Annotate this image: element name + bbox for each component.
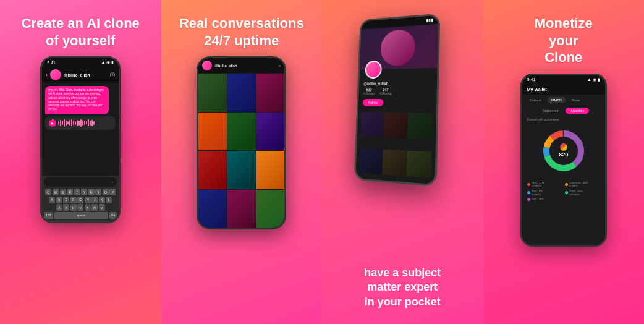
profile-stats: 527 Followers 247 Following xyxy=(363,88,432,96)
sub-tab-analytics[interactable]: Analytics xyxy=(566,108,589,114)
grid-cell-8 xyxy=(227,151,256,189)
panel-1-title: Create an AI cloneof yourself xyxy=(22,15,140,49)
keyboard-row-1: Q W E R T Y U I O P xyxy=(44,189,117,195)
send-icon[interactable]: › xyxy=(112,179,114,185)
legend-dot-comments xyxy=(565,183,568,186)
key-c[interactable]: C xyxy=(70,204,77,211)
key-w[interactable]: W xyxy=(53,189,59,195)
stat-followers-label: Followers xyxy=(363,92,375,95)
profile-header-image xyxy=(360,24,438,70)
grid-cell-4 xyxy=(198,113,227,151)
key-b[interactable]: B xyxy=(85,204,91,211)
key-v[interactable]: V xyxy=(77,204,83,211)
legend-comments: Comments 10% 62 MMTO xyxy=(565,181,600,188)
key-space[interactable]: space xyxy=(54,212,108,219)
profile-name: @billie_eilish xyxy=(363,80,432,86)
key-p[interactable]: P xyxy=(109,189,116,195)
key-i[interactable]: I xyxy=(95,189,101,195)
status-time-1: 9:41 xyxy=(47,61,56,65)
chat-username: @billie_eilsh xyxy=(64,73,90,77)
key-n[interactable]: N xyxy=(91,204,98,211)
waveform xyxy=(58,119,112,127)
key-e[interactable]: E xyxy=(60,189,66,195)
status-icons-4: ▲ ◉ ▮ xyxy=(587,77,600,82)
legend-text-boys: Boys 8% 61 MMTO xyxy=(532,189,543,196)
key-go[interactable]: Go xyxy=(109,212,117,219)
grid-cell-1 xyxy=(198,74,227,112)
panel-subject-expert: ▮▮▮ @billie_eilish 527 Followers xyxy=(322,0,483,324)
grid-cell-9 xyxy=(256,151,285,189)
grid-cell-6 xyxy=(256,113,285,151)
key-f[interactable]: F xyxy=(70,197,77,203)
donut-amount: 620 xyxy=(559,151,568,158)
phone-mockup-4: 9:41 ▲ ◉ ▮ My Wallet Content MMTO Sales … xyxy=(520,74,607,247)
key-x[interactable]: X xyxy=(63,204,69,211)
key-j[interactable]: J xyxy=(91,197,98,203)
phone-mockup-1: 9:41 ▲ ◉ ▮ ‹ @billie_eilsh ⓘ Hey, it's B… xyxy=(40,56,121,223)
key-z[interactable]: Z xyxy=(56,204,62,211)
earned-label: Earned with activeness xyxy=(522,116,605,123)
key-t[interactable]: T xyxy=(74,189,80,195)
sub-tab-statement[interactable]: Statement xyxy=(538,108,563,114)
play-button[interactable]: ▶ xyxy=(49,119,56,127)
status-icons-1: ▲ ◉ ▮ xyxy=(101,60,114,65)
wallet-header: My Wallet xyxy=(522,84,605,95)
info-icon[interactable]: ⓘ xyxy=(110,72,115,79)
legend-grid: Likes 11% 14 MMTO Comments 10% 62 MMTO xyxy=(522,179,605,204)
panel-create-clone: Create an AI cloneof yourself 9:41 ▲ ◉ ▮… xyxy=(0,0,161,324)
stat-following: 247 Following xyxy=(379,88,392,95)
donut-logo xyxy=(560,143,567,151)
key-g[interactable]: G xyxy=(77,197,83,203)
legend-time: Time 39% xyxy=(527,197,562,201)
key-r[interactable]: R xyxy=(67,189,73,195)
legend-likes: Likes 11% 14 MMTO xyxy=(527,181,562,188)
status-icons-3: ▮▮▮ xyxy=(426,17,434,23)
wallet-tab-mmto[interactable]: MMTO xyxy=(548,97,566,103)
profile-screen: @billie_eilish 527 Followers 247 Followi… xyxy=(355,24,438,187)
key-u[interactable]: U xyxy=(88,189,95,195)
key-k[interactable]: K xyxy=(99,197,105,203)
phone-notch-1 xyxy=(70,58,91,63)
panel-4-title: MonetizeyourClone xyxy=(535,15,593,66)
key-y[interactable]: Y xyxy=(81,189,87,195)
key-o[interactable]: O xyxy=(103,189,109,195)
keyboard-input-bar[interactable]: › xyxy=(44,177,117,187)
key-s[interactable]: S xyxy=(56,197,62,203)
grid-username: @billie_eilsh xyxy=(214,64,237,67)
phone-mockup-2: @billie_eilsh ≡ xyxy=(197,56,286,229)
grid-header: @billie_eilsh ≡ xyxy=(198,58,284,73)
stat-followers: 527 Followers xyxy=(363,88,375,95)
wallet-tab-sales[interactable]: Sales xyxy=(568,97,584,103)
chat-screen: ‹ @billie_eilsh ⓘ Hey, it's Billie Eilis… xyxy=(42,67,119,221)
keyboard: › Q W E R T Y U I O P A S D xyxy=(42,176,119,221)
key-l[interactable]: L xyxy=(106,197,112,203)
key-a[interactable]: A xyxy=(49,197,55,203)
key-123[interactable]: 123 xyxy=(44,212,53,219)
key-q[interactable]: Q xyxy=(45,189,51,195)
key-m[interactable]: M xyxy=(99,204,105,211)
wallet-tabs[interactable]: Content MMTO Sales xyxy=(522,95,605,106)
key-h[interactable]: H xyxy=(85,197,91,203)
donut-chart-container: 620 xyxy=(522,123,605,179)
grid-cell-12 xyxy=(256,190,285,228)
grid-screen: @billie_eilsh ≡ xyxy=(198,58,284,228)
grid-cell-2 xyxy=(227,74,256,112)
legend-share: Share 31% 180 MMTO xyxy=(565,189,600,196)
grid-cell-11 xyxy=(227,190,256,228)
wallet-sub-tabs: Statement Analytics xyxy=(522,106,605,116)
follow-button[interactable]: Follow xyxy=(363,99,384,106)
key-d[interactable]: D xyxy=(63,197,69,203)
wallet-tab-content[interactable]: Content xyxy=(526,97,545,103)
keyboard-row-2: A S D F G H J K L xyxy=(44,197,117,203)
back-icon[interactable]: ‹ xyxy=(46,72,48,78)
chat-header: ‹ @billie_eilsh ⓘ xyxy=(42,67,119,83)
legend-dot-time xyxy=(527,198,530,201)
profile-grid xyxy=(355,109,436,187)
grid-cell-3 xyxy=(256,74,285,112)
chat-bubble-text: Hey, it's Billie Eilish, thanks for subs… xyxy=(45,86,109,114)
grid-menu-icon[interactable]: ≡ xyxy=(278,64,281,68)
chat-messages: Hey, it's Billie Eilish, thanks for subs… xyxy=(42,83,119,176)
legend-text-time: Time 39% xyxy=(532,197,544,201)
status-time-4: 9:41 xyxy=(527,77,536,82)
wallet-title: My Wallet xyxy=(527,87,547,92)
